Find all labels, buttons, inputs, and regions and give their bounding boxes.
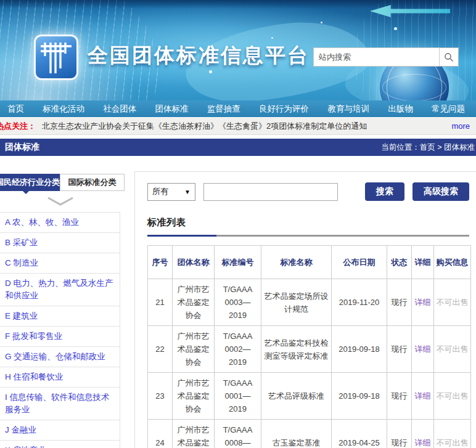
site-search-button[interactable] (440, 47, 459, 67)
cell-purchase: 不可出售 (434, 420, 471, 448)
banner: 全国团体标准信息平台 (0, 0, 476, 100)
col-date: 公布日期 (332, 246, 387, 279)
category-select-value: 所有 (152, 186, 168, 197)
sidebar-item-hospitality[interactable]: H 住宿和餐饮业 (0, 367, 120, 388)
sidebar-item-real-estate[interactable]: K 房地产业 (0, 441, 120, 448)
cell-code: T/GAAA 0003—2019 (215, 279, 261, 326)
tab-international-standard-classification[interactable]: 国际标准分类 (60, 174, 125, 191)
nav-item-standardization-activities[interactable]: 标准化活动 (43, 104, 84, 115)
list-title-underline (147, 235, 469, 237)
col-code: 标准编号 (215, 246, 261, 279)
sidebar-item-agriculture[interactable]: A 农、林、牧、渔业 (0, 213, 120, 233)
cell-org: 广州市艺术品鉴定协会 (173, 420, 215, 448)
category-list: A 农、林、牧、渔业 B 采矿业 C 制造业 D 电力、热力、燃气及水生产和供应… (0, 212, 120, 448)
cell-date: 2019-09-18 (332, 326, 387, 373)
hot-topics-label: 热点关注： (0, 121, 36, 132)
col-org: 团体名称 (173, 246, 215, 279)
nav-item-home[interactable]: 首页 (7, 104, 24, 115)
site-search-input[interactable] (313, 47, 440, 67)
cell-status: 现行 (387, 326, 412, 373)
table-row: 24 广州市艺术品鉴定协会 T/GAAA 0008—2018 古玉鉴定基准 20… (148, 420, 471, 448)
cell-status: 现行 (387, 420, 412, 448)
tab-national-economy-classification[interactable]: 国民经济行业分类 (0, 174, 60, 191)
page-title: 团体标准 (5, 142, 39, 153)
category-select[interactable]: 所有 ▼ (147, 183, 195, 201)
cell-org: 广州市艺术品鉴定协会 (173, 326, 215, 373)
table-header-row: 序号 团体名称 标准编号 标准名称 公布日期 状态 详细 购买信息 (148, 246, 471, 279)
cell-date: 2019-04-25 (332, 420, 387, 448)
detail-link[interactable]: 详细 (415, 344, 431, 354)
nav-item-group-standards[interactable]: 团体标准 (155, 104, 188, 115)
search-row: 所有 ▼ 搜索 高级搜索 (147, 182, 469, 201)
site-title: 全国团体标准信息平台 (88, 42, 310, 70)
content-area: 国民经济行业分类 国际标准分类 A 农、林、牧、渔业 B 采矿业 C 制造业 D… (0, 156, 476, 448)
cell-code: T/GAAA 0008—2018 (215, 420, 261, 448)
sidebar-item-manufacturing[interactable]: C 制造业 (0, 253, 120, 274)
sidebar-item-mining[interactable]: B 采矿业 (0, 233, 120, 253)
sidebar-item-construction[interactable]: E 建筑业 (0, 306, 120, 327)
cell-status: 现行 (387, 373, 412, 420)
sidebar-item-utilities[interactable]: D 电力、热力、燃气及水生产和供应业 (0, 274, 120, 306)
nav-item-social-organizations[interactable]: 社会团体 (103, 104, 136, 115)
standards-table: 序号 团体名称 标准编号 标准名称 公布日期 状态 详细 购买信息 21 广州市… (147, 245, 471, 448)
sidebar-item-it-services[interactable]: I 信息传输、软件和信息技术服务业 (0, 388, 120, 420)
search-icon (444, 52, 454, 62)
main-panel: 所有 ▼ 搜索 高级搜索 标准列表 序号 团体名称 标准编号 (134, 171, 476, 448)
cell-code: T/GAAA 0001—2019 (215, 373, 261, 420)
breadcrumb[interactable]: 当前位置：首页 > 团体标准 (381, 142, 475, 153)
col-detail: 详细 (412, 246, 434, 279)
col-name: 标准名称 (261, 246, 332, 279)
hot-topics-bar: 热点关注： 北京生态农业产业协会关于征集《生态油茶籽油》《生态禽蛋》2项团体标准… (0, 117, 476, 135)
cell-seq: 24 (148, 420, 173, 448)
detail-link[interactable]: 详细 (415, 298, 431, 307)
dropdown-arrow-icon: ▼ (184, 189, 191, 195)
col-purchase: 购买信息 (434, 246, 471, 279)
cell-name: 艺术品鉴定科技检测室等级评定标准 (261, 326, 332, 373)
col-seq: 序号 (148, 246, 173, 279)
table-row: 22 广州市艺术品鉴定协会 T/GAAA 0002—2019 艺术品鉴定科技检测… (148, 326, 471, 373)
cell-name: 艺术品鉴定场所设计规范 (261, 279, 332, 326)
detail-link[interactable]: 详细 (415, 391, 431, 401)
sidebar: 国民经济行业分类 国际标准分类 A 农、林、牧、渔业 B 采矿业 C 制造业 D… (0, 174, 125, 448)
sidebar-item-wholesale-retail[interactable]: F 批发和零售业 (0, 327, 120, 347)
star-dots-decoration (321, 22, 322, 23)
standard-search-input[interactable] (203, 183, 338, 201)
advanced-search-button[interactable]: 高级搜索 (412, 182, 469, 201)
cell-purchase: 不可出售 (434, 326, 471, 373)
search-button[interactable]: 搜索 (365, 182, 404, 201)
sidebar-item-transport[interactable]: G 交通运输、仓储和邮政业 (0, 347, 120, 367)
cell-org: 广州市艺术品鉴定协会 (173, 373, 215, 420)
section-bar: 团体标准 当前位置：首页 > 团体标准 (0, 139, 476, 156)
list-header: 标准列表 (147, 216, 469, 237)
cell-seq: 23 (148, 373, 173, 420)
sidebar-item-finance[interactable]: J 金融业 (0, 420, 120, 441)
table-row: 21 广州市艺术品鉴定协会 T/GAAA 0003—2019 艺术品鉴定场所设计… (148, 279, 471, 326)
banner-top-shade (0, 0, 476, 9)
nav-item-supervision[interactable]: 监督抽查 (207, 104, 240, 115)
col-status: 状态 (387, 246, 412, 279)
list-title: 标准列表 (147, 216, 469, 229)
more-link[interactable]: more (451, 121, 470, 131)
table-row: 23 广州市艺术品鉴定协会 T/GAAA 0001—2019 艺术品评级标准 2… (148, 373, 471, 420)
cell-name: 艺术品评级标准 (261, 373, 332, 420)
cell-org: 广州市艺术品鉴定协会 (173, 279, 215, 326)
cell-date: 2019-11-20 (332, 279, 387, 326)
nav-item-faq[interactable]: 常见问题 (432, 104, 465, 115)
site-logo-glyph (36, 36, 76, 78)
nav-item-education[interactable]: 教育与培训 (327, 104, 369, 115)
cell-status: 现行 (387, 279, 412, 326)
hot-topic-link[interactable]: 北京生态农业产业协会关于征集《生态油茶籽油》《生态禽蛋》2项团体标准制定单位的通… (42, 121, 367, 132)
cell-name: 古玉鉴定基准 (261, 420, 332, 448)
detail-link[interactable]: 详细 (415, 438, 431, 447)
nav-item-publications[interactable]: 出版物 (388, 104, 413, 115)
cell-purchase: 不可出售 (434, 279, 471, 326)
cell-seq: 21 (148, 279, 173, 326)
cell-purchase: 不可出售 (434, 373, 471, 420)
cell-date: 2019-09-18 (332, 373, 387, 420)
site-logo[interactable] (34, 35, 78, 80)
main-nav: 首页 标准化活动 社会团体 团体标准 监督抽查 良好行为评价 教育与培训 出版物… (0, 100, 476, 117)
cell-code: T/GAAA 0002—2019 (215, 326, 261, 373)
nav-item-good-behavior[interactable]: 良好行为评价 (259, 104, 309, 115)
cell-seq: 22 (148, 326, 173, 373)
chevron-down-icon (0, 197, 120, 206)
